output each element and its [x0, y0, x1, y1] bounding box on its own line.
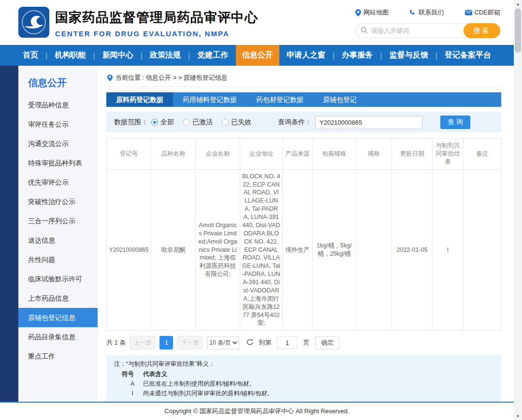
nav-item-home[interactable]: 首页 — [16, 45, 44, 66]
refresh-button[interactable] — [245, 338, 255, 348]
sidebar-item-clinical-trial-license[interactable]: 临床试验默示许可 — [18, 269, 98, 289]
cell-co-review-result: I — [433, 169, 464, 331]
note-meaning-a: 已批准在上市制剂使用的原料/辅料/包材。 — [143, 379, 255, 389]
cde-logo — [18, 7, 49, 38]
query-input[interactable] — [315, 116, 422, 129]
sidebar-item-marketed-drugs[interactable]: 上市药品信息 — [18, 289, 98, 308]
radio-all-label: 全部 — [160, 118, 174, 127]
radio-activated-label: 已激活 — [192, 118, 213, 127]
sidebar-item-review-tasks[interactable]: 审评任务公示 — [18, 115, 98, 134]
sidebar: 信息公开 受理品种信息 审评任务公示 沟通交流公示 特殊审批品种列表 优先审评公… — [18, 66, 98, 402]
location-pin-icon — [107, 74, 113, 81]
table-header-row: 登记号 品种名称 企业名称 企业地址 产品来源 包装规格 规格 更新日期 与制剂… — [107, 139, 501, 170]
radio-all-control[interactable] — [151, 119, 158, 126]
note-symbol-a: A — [122, 379, 143, 389]
scrollbar-thumb[interactable] — [515, 8, 521, 53]
cell-product-name: 吡非尼酮 — [151, 169, 196, 331]
sidebar-item-communication[interactable]: 沟通交流公示 — [18, 134, 98, 153]
nav-item-services[interactable]: 办事服务 — [335, 45, 379, 66]
tab-excipient-registration[interactable]: 药用辅料登记数据 — [173, 92, 246, 107]
nav-item-supervision[interactable]: 监督与反馈 — [383, 45, 435, 66]
page-number-1[interactable]: 1 — [160, 336, 173, 349]
scope-label: 数据范围： — [114, 118, 148, 127]
radio-activated[interactable]: 已激活 — [183, 118, 213, 127]
nav-divider — [380, 52, 382, 59]
tab-packaging-registration[interactable]: 药包材登记数据 — [246, 92, 313, 107]
nav-divider — [435, 52, 437, 59]
col-reg-no: 登记号 — [107, 139, 151, 170]
cell-spec — [356, 169, 392, 331]
note-item-i: I 尚未通过与制剂共同审评审批的原料/辅料/包材。 — [114, 389, 493, 398]
sidebar-item-three-in-one[interactable]: 三合一序列公示 — [18, 211, 98, 231]
mail-icon — [465, 10, 472, 15]
search-icon — [361, 27, 368, 36]
nav-item-party[interactable]: 党建工作 — [191, 45, 234, 66]
sitemap-link[interactable]: 网站地图 — [355, 8, 389, 17]
nav-item-registration-platform[interactable]: 登记备案平台 — [438, 45, 497, 66]
next-page-button[interactable]: 下一页 — [177, 336, 203, 349]
nav-item-news[interactable]: 新闻中心 — [96, 45, 140, 66]
search-button[interactable]: 搜索 — [464, 23, 500, 38]
mailbox-link[interactable]: CDE邮箱 — [465, 8, 500, 17]
cell-remark — [464, 169, 501, 331]
note-symbol-header: 符号 — [122, 369, 143, 379]
map-pin-icon — [355, 9, 361, 16]
col-package: 包装规格 — [313, 139, 356, 170]
contact-label: 联系我们 — [419, 8, 444, 17]
goto-label: 到第 — [259, 338, 271, 347]
nav-divider — [93, 52, 95, 59]
cell-address: BLOCK NO. 422, ECP CANAL ROAD, VILLAGE-L… — [240, 169, 283, 331]
cell-source: 境外生产 — [283, 169, 313, 331]
breadcrumb: 当前位置 : 信息公开 > > 原辅包登记信息 — [106, 72, 501, 87]
radio-activated-control[interactable] — [183, 119, 190, 126]
nav-divider — [45, 52, 47, 59]
tab-api-registration[interactable]: 原料药登记数据 — [106, 92, 173, 107]
scroll-up-arrow[interactable]: ▲ — [514, 0, 522, 8]
nav-divider — [141, 52, 143, 59]
prev-page-button[interactable]: 上一页 — [130, 336, 156, 349]
confirm-button[interactable]: 确定 — [315, 336, 339, 349]
query-button[interactable]: 查 询 — [440, 116, 470, 129]
col-remark: 备注 — [464, 139, 501, 170]
sidebar-item-common-issues[interactable]: 共性问题 — [18, 250, 98, 269]
tab-bar: 原料药登记数据 药用辅料登记数据 药包材登记数据 原辅包登记 — [106, 92, 501, 107]
cell-package: 1kg/桶，5kg/桶，25kg/桶 — [313, 169, 356, 331]
sidebar-item-raw-material-registration[interactable]: 原辅包登记信息 — [18, 308, 98, 327]
radio-all[interactable]: 全部 — [151, 118, 174, 127]
page: 国家药品监督管理局药品审评中心 CENTER FOR DRUG EVALUATI… — [0, 0, 514, 420]
quick-links: 网站地图 联系我们 CDE邮箱 — [355, 8, 500, 17]
scrollbar[interactable]: ▲ ▼ — [514, 0, 522, 420]
pagination: 共 1 条 上一页 1 下一页 10 条/页 到第 页 确定 — [106, 336, 501, 349]
sidebar-item-delivery-info[interactable]: 送达信息 — [18, 231, 98, 250]
site-subtitle: CENTER FOR DRUG EVALUATION, NMPA — [55, 29, 258, 38]
breadcrumb-text: 当前位置 : 信息公开 > > 原辅包登记信息 — [116, 73, 228, 82]
nav-item-info-disclosure[interactable]: 信息公开 — [236, 45, 279, 66]
radio-expired[interactable]: 已失效 — [222, 118, 251, 127]
nav-item-functions[interactable]: 机构职能 — [48, 45, 92, 66]
goto-suffix: 页 — [303, 338, 309, 347]
sidebar-item-accepted-varieties[interactable]: 受理品种信息 — [18, 95, 98, 115]
header-right: 网站地图 联系我们 CDE邮箱 — [355, 8, 500, 38]
sidebar-item-special-approval[interactable]: 特殊审批品种列表 — [18, 153, 98, 173]
mailbox-label: CDE邮箱 — [475, 8, 500, 17]
scroll-down-arrow[interactable]: ▼ — [514, 412, 522, 420]
radio-expired-control[interactable] — [222, 119, 229, 126]
tab-raw-aux-pack[interactable]: 原辅包登记 — [313, 92, 366, 107]
sidebar-item-priority-review[interactable]: 优先审评公示 — [18, 173, 98, 192]
contact-link[interactable]: 联系我们 — [409, 8, 444, 17]
page-size-select[interactable]: 10 条/页 — [207, 336, 239, 349]
table-row: Y20210000865 吡非尼酮 Amoli Organics Private… — [107, 169, 501, 331]
cell-reg-no: Y20210000865 — [107, 169, 151, 331]
legend-note: 注：“与制剂共同审评审批结果”释义： 符号 代表含义 A 已批准在上市制剂使用的… — [106, 355, 501, 402]
refresh-icon — [246, 338, 254, 346]
search-bar: 搜索 — [355, 23, 500, 38]
cell-company: Amoli Organics Private Limited;Amoli Org… — [196, 169, 240, 331]
sidebar-item-key-work[interactable]: 重点工作 — [18, 347, 98, 366]
goto-page-input[interactable] — [277, 336, 297, 349]
nav-item-policy[interactable]: 政策法规 — [144, 45, 187, 66]
nav-item-applicant[interactable]: 申请人之窗 — [280, 45, 332, 66]
note-meaning-header: 代表含义 — [143, 369, 167, 379]
sidebar-item-breakthrough-therapy[interactable]: 突破性治疗公示 — [18, 192, 98, 211]
sidebar-item-drug-catalog[interactable]: 药品目录集信息 — [18, 327, 98, 347]
site-header: 国家药品监督管理局药品审评中心 CENTER FOR DRUG EVALUATI… — [0, 0, 514, 45]
